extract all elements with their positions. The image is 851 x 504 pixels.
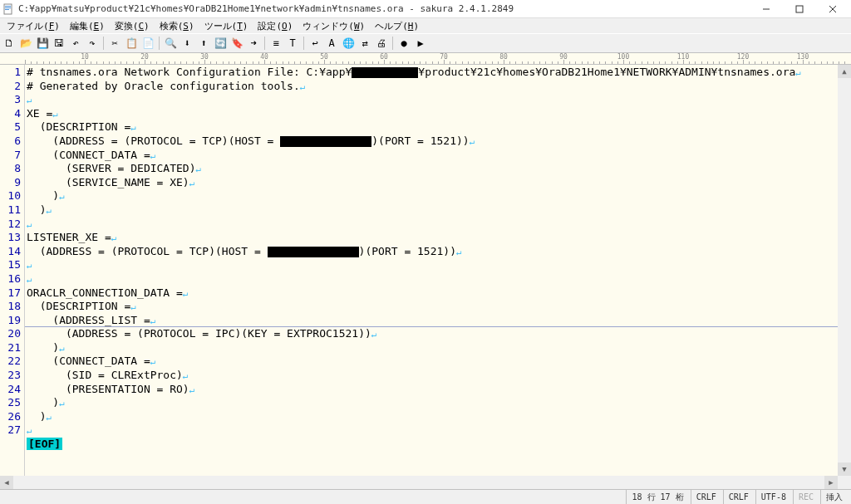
new-icon[interactable]: 🗋	[2, 36, 17, 51]
code-line[interactable]: ↵	[27, 93, 851, 107]
minimize-button[interactable]	[750, 0, 783, 18]
record-icon[interactable]: ●	[396, 36, 411, 51]
code-line[interactable]: (ADDRESS = (PROTOCOL = TCP)(HOST = )(POR…	[27, 135, 851, 149]
menu-h[interactable]: ヘルプ(H)	[370, 19, 424, 33]
menu-o[interactable]: 設定(O)	[253, 19, 298, 33]
mark-icon[interactable]: 🔖	[229, 36, 244, 51]
save-icon[interactable]: 💾	[35, 36, 50, 51]
redo-icon[interactable]: ↷	[85, 36, 100, 51]
menu-w[interactable]: ウィンドウ(W)	[298, 19, 370, 33]
code-line[interactable]: (SERVICE_NAME = XE)↵	[27, 176, 851, 190]
code-line[interactable]: LISTENER_XE =↵	[27, 231, 851, 245]
code-line[interactable]: )↵	[27, 203, 851, 218]
window-controls	[750, 0, 849, 18]
eol-icon: ↵	[52, 109, 58, 120]
code-line[interactable]: # tnsnames.ora Network Configuration Fil…	[27, 66, 851, 80]
scroll-right-icon[interactable]: ▶	[824, 476, 838, 489]
eol-icon: ↵	[27, 274, 32, 285]
open-icon[interactable]: 📂	[18, 36, 33, 51]
code-line[interactable]: (ADDRESS = (PROTOCOL = TCP)(HOST = )(POR…	[27, 245, 851, 259]
findnext-icon[interactable]: ⬇	[180, 36, 194, 51]
close-button[interactable]	[816, 0, 849, 18]
eol-icon: ↵	[27, 425, 32, 436]
code-line[interactable]: )↵	[27, 189, 851, 203]
line-number: 26	[0, 410, 21, 424]
code-line[interactable]: (CONNECT_DATA =↵	[27, 149, 851, 163]
browser-icon[interactable]: 🌐	[341, 36, 356, 51]
status-mode: 挿入	[820, 490, 848, 504]
code-line[interactable]: (PRESENTATION = RO)↵	[27, 383, 851, 397]
eol-icon: ↵	[59, 398, 65, 409]
eol-icon: ↵	[189, 178, 195, 188]
code-line[interactable]: ORACLR_CONNECTION_DATA =↵	[27, 286, 851, 301]
code-line[interactable]: # Generated by Oracle configuration tool…	[27, 80, 851, 94]
code-line[interactable]: XE =↵	[27, 107, 851, 121]
undo-icon[interactable]: ↶	[68, 36, 83, 51]
compare-icon[interactable]: ⇄	[357, 36, 372, 51]
code-line[interactable]: ↵	[27, 258, 851, 272]
menu-s[interactable]: 検索(S)	[155, 19, 199, 33]
eol-icon: ↵	[371, 329, 377, 340]
play-icon[interactable]: ▶	[413, 36, 428, 51]
saveall-icon[interactable]: 🖫	[52, 36, 66, 51]
titlebar: C:¥app¥matsu¥product¥21c¥homes¥OraDB21Ho…	[0, 0, 851, 18]
menu-c[interactable]: 変換(C)	[110, 19, 155, 33]
eol-icon: ↵	[27, 260, 32, 271]
jump-icon[interactable]: ➜	[246, 36, 261, 51]
line-number: 20	[0, 327, 21, 341]
menu-e[interactable]: 編集(E)	[65, 19, 110, 33]
horizontal-scrollbar[interactable]: ◀ ▶	[0, 476, 838, 489]
copy-icon[interactable]: 📋	[124, 36, 139, 51]
line-number: 25	[0, 396, 21, 410]
code-line[interactable]: ↵	[27, 272, 851, 286]
code-line[interactable]: (CONNECT_DATA =↵	[27, 355, 851, 369]
code-content[interactable]: # tnsnames.ora Network Configuration Fil…	[25, 65, 851, 489]
status-eol2: CRLF	[723, 490, 754, 504]
eol-icon: ↵	[27, 219, 32, 230]
editor[interactable]: 1234567891011121314151617181920212223242…	[0, 65, 851, 489]
line-number: 8	[0, 162, 21, 176]
menu-f[interactable]: ファイル(F)	[2, 19, 65, 33]
svg-rect-5	[796, 6, 803, 12]
eol-icon: ↵	[189, 384, 195, 395]
code-line[interactable]: (SID = CLRExtProc)↵	[27, 369, 851, 383]
font-icon[interactable]: A	[324, 36, 339, 51]
scroll-down-icon[interactable]: ▼	[838, 462, 851, 476]
eol-icon: ↵	[196, 164, 202, 174]
toolbar-separator	[392, 37, 393, 50]
findprev-icon[interactable]: ⬆	[196, 36, 211, 51]
code-line[interactable]: (ADDRESS_LIST =↵	[27, 314, 851, 328]
outline-icon[interactable]: ≡	[268, 36, 283, 51]
menubar: ファイル(F)編集(E)変換(C)検索(S)ツール(T)設定(O)ウィンドウ(W…	[0, 18, 851, 33]
scroll-up-icon[interactable]: ▲	[838, 65, 851, 78]
replace-icon[interactable]: 🔄	[213, 36, 228, 51]
wrap-icon[interactable]: ↩	[307, 36, 322, 51]
cut-icon[interactable]: ✂	[107, 36, 122, 51]
line-number-gutter: 1234567891011121314151617181920212223242…	[0, 65, 25, 489]
code-line[interactable]: )↵	[27, 410, 851, 424]
code-line[interactable]: ↵	[27, 423, 851, 438]
toolbar-separator	[103, 37, 104, 50]
eol-icon: ↵	[183, 370, 189, 381]
code-line[interactable]: ↵	[27, 218, 851, 232]
editor-area: 1234567891011121314151617181920212223242…	[0, 65, 851, 489]
menu-t[interactable]: ツール(T)	[199, 19, 253, 33]
line-number: 23	[0, 369, 21, 383]
type-icon[interactable]: T	[285, 36, 300, 51]
code-line[interactable]: (SERVER = DEDICATED)↵	[27, 162, 851, 176]
print-icon[interactable]: 🖨	[374, 36, 389, 51]
line-number: 1	[0, 66, 21, 80]
maximize-button[interactable]	[783, 0, 816, 18]
code-line[interactable]: (DESCRIPTION =↵	[27, 300, 851, 314]
code-line[interactable]: (ADDRESS = (PROTOCOL = IPC)(KEY = EXTPRO…	[27, 327, 851, 341]
line-number: 12	[0, 218, 21, 232]
scroll-left-icon[interactable]: ◀	[0, 476, 13, 489]
cursor-line-indicator	[25, 326, 851, 327]
code-line[interactable]: (DESCRIPTION =↵	[27, 120, 851, 135]
code-line[interactable]: )↵	[27, 396, 851, 410]
line-number: 17	[0, 286, 21, 301]
vertical-scrollbar[interactable]: ▲ ▼	[838, 65, 851, 476]
code-line[interactable]: )↵	[27, 341, 851, 355]
paste-icon[interactable]: 📄	[140, 36, 155, 51]
find-icon[interactable]: 🔍	[163, 36, 178, 51]
